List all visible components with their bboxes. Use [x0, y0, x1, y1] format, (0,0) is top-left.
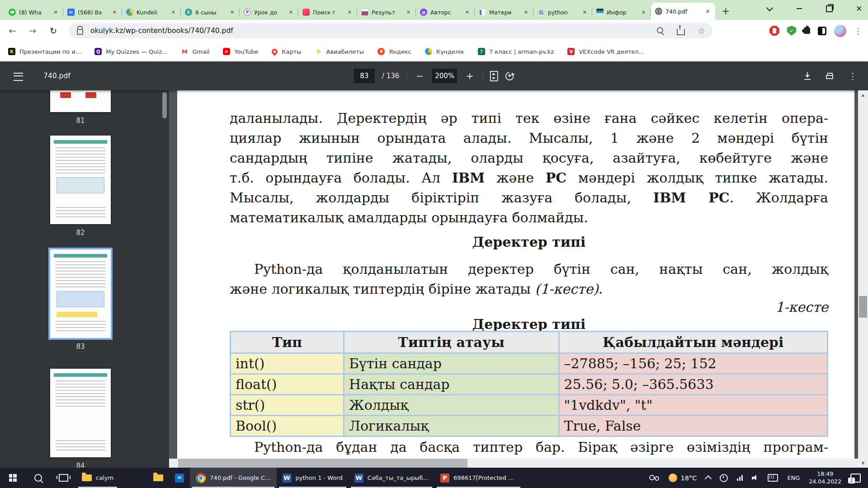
browser-tab[interactable]: 740.pdf✕: [651, 3, 715, 20]
print-icon[interactable]: [826, 73, 833, 80]
share-icon[interactable]: [677, 29, 685, 35]
tab-close-icon[interactable]: ✕: [405, 9, 412, 16]
scroll-down-icon[interactable]: ▼: [858, 459, 868, 468]
table-cell: Жолдық: [344, 395, 559, 416]
browser-tab[interactable]: (568) Вх✕: [63, 5, 122, 20]
vertical-scrollbar-thumb[interactable]: [859, 296, 867, 318]
browser-tab[interactable]: Поиск г✕: [298, 5, 357, 20]
forward-button[interactable]: →: [26, 24, 39, 37]
task-view-button[interactable]: [51, 468, 76, 488]
text-line: және логикалық типтердің біріне жатады (…: [230, 279, 828, 299]
volume-tray-button[interactable]: [747, 468, 763, 488]
page-thumbnail[interactable]: [50, 369, 111, 457]
address-bar[interactable]: okulyk.kz/wp-content/books/740/740.pdf ☆: [69, 23, 712, 38]
people-button[interactable]: [644, 468, 664, 488]
clock-widget[interactable]: 18:49 24.04.2022: [804, 468, 846, 488]
bookmark-star-icon[interactable]: ☆: [698, 27, 705, 35]
vertical-scrollbar[interactable]: ▲ ▼: [858, 90, 868, 468]
pdf-menu-button[interactable]: [14, 73, 23, 81]
bookmark-item[interactable]: VEXcode VR деятел...: [567, 48, 644, 55]
tray-expand-button[interactable]: [701, 468, 715, 488]
taskbar-app[interactable]: Саба_ты_та_ырыб...: [349, 468, 434, 488]
tab-close-icon[interactable]: ✕: [52, 9, 59, 16]
taskbar-app[interactable]: [147, 468, 169, 488]
browser-tab[interactable]: (8) Wha✕: [5, 5, 63, 20]
bookmark-item[interactable]: Презентации по и...: [8, 48, 81, 55]
shield-extension-icon[interactable]: [787, 26, 796, 36]
tab-close-icon[interactable]: ✕: [640, 9, 647, 16]
zoom-level[interactable]: 200%: [432, 69, 457, 83]
bookmark-item[interactable]: YouTube: [223, 48, 258, 55]
taskbar-app-label: python 1 - Word: [296, 474, 343, 481]
pdf-more-options-icon[interactable]: ⋮: [849, 72, 857, 80]
browser-tab[interactable]: Матери✕: [475, 5, 533, 20]
browser-tab[interactable]: Урок до✕: [240, 5, 298, 20]
tab-close-icon[interactable]: ✕: [464, 9, 471, 16]
page-thumbnail[interactable]: [50, 249, 111, 338]
profile-avatar[interactable]: [834, 25, 846, 37]
tab-close-icon[interactable]: ✕: [581, 9, 588, 16]
browser-tab[interactable]: Инфор✕: [592, 5, 651, 20]
section-heading: Деректер типі: [230, 234, 828, 250]
sidebar-scrollbar-thumb[interactable]: [162, 92, 167, 118]
tab-close-icon[interactable]: ✕: [704, 8, 711, 15]
clock-tray-button[interactable]: [715, 468, 732, 488]
scroll-up-icon[interactable]: ▲: [858, 90, 868, 99]
bookmark-item[interactable]: 7 класс | arman-pv.kz: [478, 48, 554, 55]
bookmark-item[interactable]: Gmail: [181, 48, 209, 55]
thumbnail-page-number: 81: [50, 117, 111, 125]
keyboard-tray-button[interactable]: [763, 468, 783, 488]
browser-menu-icon[interactable]: ⋮: [854, 27, 863, 35]
bookmark-item[interactable]: Авиабилеты: [315, 48, 364, 55]
bookmark-item[interactable]: Яндекс: [377, 48, 411, 55]
taskbar-app[interactable]: python 1 - Word: [277, 468, 349, 488]
bookmark-label: Күнделік: [436, 48, 464, 55]
browser-tab[interactable]: Результ✕: [357, 5, 416, 20]
taskbar-app[interactable]: 698617[Protected V...: [434, 468, 523, 488]
close-button[interactable]: ✕: [854, 4, 863, 13]
tab-close-icon[interactable]: ✕: [523, 9, 529, 16]
bookmark-item[interactable]: Карты: [272, 48, 301, 55]
language-button[interactable]: ENG: [783, 468, 804, 488]
page-number-input[interactable]: 83: [354, 69, 375, 83]
back-button[interactable]: ←: [6, 24, 19, 37]
start-button[interactable]: [0, 468, 25, 488]
darkmode-extension-icon[interactable]: [818, 27, 826, 35]
tab-close-icon[interactable]: ✕: [346, 9, 353, 16]
new-tab-button[interactable]: +: [722, 6, 730, 16]
browser-tab[interactable]: Авторс✕: [416, 5, 475, 20]
notification-center-button[interactable]: 2: [846, 468, 865, 488]
zoom-in-button[interactable]: +: [464, 70, 475, 81]
zoom-page-icon[interactable]: [657, 27, 664, 34]
maximize-button[interactable]: [825, 4, 834, 13]
taskbar-search-button[interactable]: [25, 468, 51, 488]
minimize-button[interactable]: [795, 4, 804, 13]
browser-tab[interactable]: Kundeli✕: [122, 5, 181, 20]
page-thumbnail[interactable]: [50, 90, 111, 112]
tab-search-button[interactable]: [765, 4, 774, 13]
rotate-icon[interactable]: [504, 70, 516, 82]
taskbar-app[interactable]: 740.pdf - Google C...: [190, 468, 276, 488]
browser-tab[interactable]: python✕: [533, 5, 592, 20]
tab-close-icon[interactable]: ✕: [111, 9, 118, 16]
taskbar-app[interactable]: calym: [76, 468, 119, 488]
fit-to-page-icon[interactable]: [490, 71, 498, 81]
taskbar-app[interactable]: [169, 468, 190, 488]
zoom-out-button[interactable]: −: [414, 70, 425, 81]
extensions-puzzle-icon[interactable]: [804, 28, 810, 34]
arman-icon: [478, 48, 485, 55]
adblock-extension-icon[interactable]: [769, 26, 779, 36]
horizontal-scrollbar-thumb[interactable]: [178, 459, 467, 468]
reload-button[interactable]: ↻: [47, 24, 60, 37]
tab-close-icon[interactable]: ✕: [229, 9, 236, 16]
network-tray-button[interactable]: [732, 468, 747, 488]
bookmark-item[interactable]: Күнделік: [425, 48, 464, 55]
download-icon[interactable]: [804, 72, 811, 80]
page-thumbnail[interactable]: [50, 136, 111, 224]
browser-tab[interactable]: 6 сыны✕: [181, 5, 240, 20]
weather-widget[interactable]: 18°C: [664, 468, 702, 488]
bookmark-item[interactable]: My Quizzes — Quiz...: [94, 48, 167, 55]
tab-close-icon[interactable]: ✕: [288, 9, 294, 16]
horizontal-scrollbar[interactable]: [169, 459, 858, 468]
tab-close-icon[interactable]: ✕: [170, 9, 177, 16]
